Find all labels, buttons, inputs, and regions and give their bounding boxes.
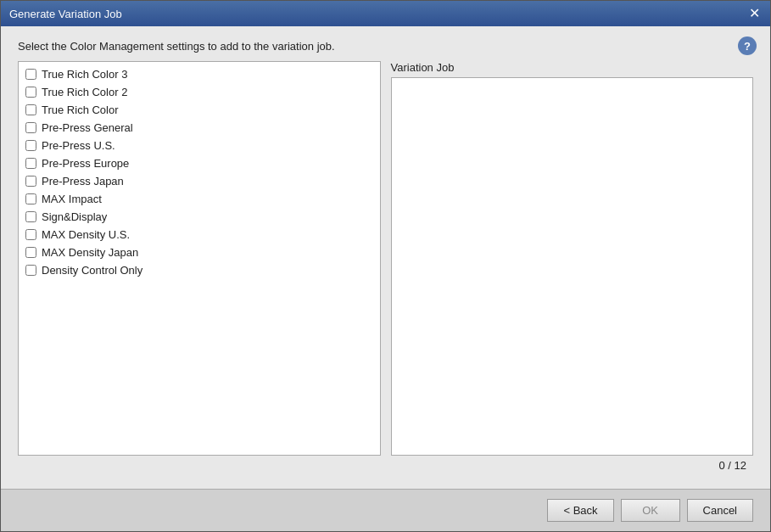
checkbox-cb8[interactable] (25, 193, 36, 204)
checkbox-cb4[interactable] (25, 122, 36, 133)
checkbox-label-cb10: MAX Density U.S. (42, 228, 130, 241)
dialog-body: ? Select the Color Management settings t… (1, 26, 770, 489)
generate-variation-dialog: Generate Variation Job ✕ ? Select the Co… (0, 0, 771, 532)
checkbox-item[interactable]: True Rich Color (19, 101, 380, 119)
checkbox-label-cb9: Sign&Display (42, 210, 107, 223)
count-label: 0 / 12 (718, 459, 746, 472)
ok-button[interactable]: OK (621, 499, 680, 522)
left-panel: True Rich Color 3True Rich Color 2True R… (18, 61, 381, 456)
checkbox-list: True Rich Color 3True Rich Color 2True R… (18, 61, 381, 456)
checkbox-label-cb3: True Rich Color (42, 104, 119, 116)
checkbox-label-cb12: Density Control Only (42, 264, 142, 277)
checkbox-item[interactable]: Density Control Only (19, 261, 380, 279)
right-panel-label: Variation Job (391, 61, 754, 74)
checkbox-cb6[interactable] (25, 158, 36, 169)
checkbox-item[interactable]: MAX Impact (19, 190, 380, 208)
checkbox-item[interactable]: Sign&Display (19, 208, 380, 226)
count-row: 0 / 12 (18, 456, 753, 475)
title-bar: Generate Variation Job ✕ (1, 1, 770, 26)
checkbox-label-cb2: True Rich Color 2 (42, 86, 127, 98)
checkbox-label-cb1: True Rich Color 3 (42, 68, 127, 81)
checkbox-item[interactable]: Pre-Press U.S. (19, 137, 380, 154)
checkbox-label-cb11: MAX Density Japan (42, 246, 138, 259)
checkbox-label-cb7: Pre-Press Japan (42, 175, 124, 188)
panels-row: True Rich Color 3True Rich Color 2True R… (18, 61, 753, 456)
checkbox-cb9[interactable] (25, 211, 36, 222)
checkbox-label-cb6: Pre-Press Europe (42, 157, 129, 170)
help-icon[interactable]: ? (738, 36, 757, 55)
dialog-title: Generate Variation Job (9, 8, 122, 20)
right-panel: Variation Job (391, 61, 754, 456)
checkbox-cb7[interactable] (25, 176, 36, 187)
checkbox-item[interactable]: Pre-Press General (19, 119, 380, 137)
checkbox-cb1[interactable] (25, 69, 36, 80)
checkbox-cb11[interactable] (25, 247, 36, 258)
checkbox-item[interactable]: True Rich Color 3 (19, 65, 380, 83)
checkbox-label-cb4: Pre-Press General (42, 121, 133, 134)
checkbox-label-cb8: MAX Impact (42, 193, 102, 205)
checkbox-cb10[interactable] (25, 229, 36, 240)
checkbox-cb2[interactable] (25, 87, 36, 98)
close-button[interactable]: ✕ (747, 7, 762, 20)
checkbox-label-cb5: Pre-Press U.S. (42, 139, 115, 152)
cancel-button[interactable]: Cancel (687, 499, 753, 522)
instruction-text: Select the Color Management settings to … (18, 40, 753, 53)
checkbox-cb5[interactable] (25, 140, 36, 151)
checkbox-cb12[interactable] (25, 265, 36, 276)
checkbox-item[interactable]: True Rich Color 2 (19, 83, 380, 101)
checkbox-item[interactable]: Pre-Press Europe (19, 154, 380, 172)
checkbox-cb3[interactable] (25, 104, 36, 115)
checkbox-item[interactable]: MAX Density Japan (19, 244, 380, 261)
dialog-footer: < Back OK Cancel (1, 489, 770, 531)
back-button[interactable]: < Back (547, 499, 613, 522)
checkbox-item[interactable]: Pre-Press Japan (19, 172, 380, 190)
checkbox-item[interactable]: MAX Density U.S. (19, 226, 380, 244)
variation-job-panel[interactable] (391, 77, 754, 456)
